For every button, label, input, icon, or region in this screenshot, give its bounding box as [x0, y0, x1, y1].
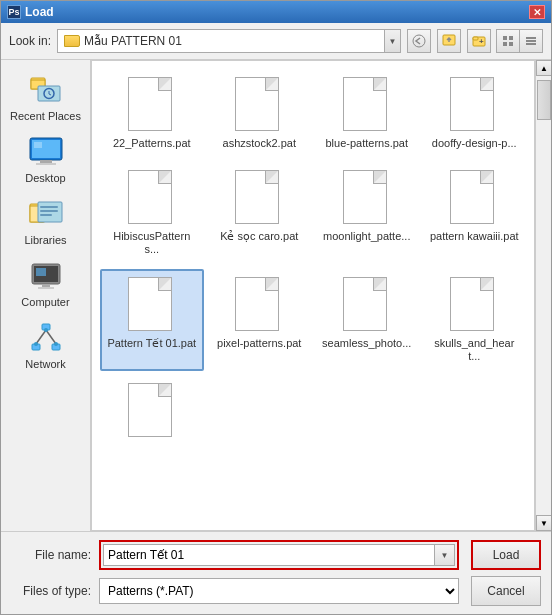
file-corner [481, 278, 493, 290]
file-name: ashzstock2.pat [223, 137, 296, 150]
scrollbar-track [536, 76, 551, 515]
file-item[interactable]: pattern kawaiii.pat [423, 162, 527, 264]
file-item[interactable]: HibiscusPatterns... [100, 162, 204, 264]
path-dropdown-button[interactable]: ▼ [385, 29, 401, 53]
file-page [235, 77, 279, 131]
filename-input[interactable] [103, 544, 435, 566]
load-button[interactable]: Load [471, 540, 541, 570]
file-item[interactable]: seamless_photo... [315, 269, 419, 371]
scrollbar-thumb[interactable] [537, 80, 551, 120]
file-item[interactable]: 22_Patterns.pat [100, 69, 204, 158]
file-corner [266, 171, 278, 183]
file-icon [343, 277, 391, 335]
look-in-label: Look in: [9, 34, 51, 48]
file-icon [128, 170, 176, 228]
path-display: Mẫu PATTERN 01 [57, 29, 385, 53]
toolbar-path: Mẫu PATTERN 01 ▼ [57, 29, 401, 53]
file-item[interactable]: ashzstock2.pat [208, 69, 312, 158]
sidebar-item-network[interactable]: Network [5, 316, 86, 374]
chevron-down-icon: ▼ [441, 551, 449, 560]
file-item[interactable]: moonlight_patte... [315, 162, 419, 264]
filename-dropdown-button[interactable]: ▼ [435, 544, 455, 566]
file-icon [128, 77, 176, 135]
svg-rect-5 [503, 36, 507, 40]
sidebar-item-desktop[interactable]: Desktop [5, 130, 86, 188]
file-item[interactable]: Pattern Tết 01.pat [100, 269, 204, 371]
svg-rect-9 [526, 37, 536, 39]
up-button[interactable] [437, 29, 461, 53]
file-area: 22_Patterns.pat ashzstock2.pat blue-patt… [91, 60, 535, 531]
file-page [128, 277, 172, 331]
chevron-down-icon: ▼ [389, 37, 397, 46]
svg-rect-25 [40, 210, 58, 212]
file-name: dooffy-design-p... [432, 137, 517, 150]
file-page [235, 277, 279, 331]
svg-rect-7 [503, 42, 507, 46]
file-icon [128, 277, 176, 335]
file-corner [159, 171, 171, 183]
back-icon [412, 34, 426, 48]
file-item[interactable]: pixel-patterns.pat [208, 269, 312, 371]
toolbar: Look in: Mẫu PATTERN 01 ▼ [1, 23, 551, 60]
svg-text:+: + [479, 37, 484, 46]
main-content: Recent Places Desktop [1, 60, 551, 531]
file-item[interactable]: dooffy-design-p... [423, 69, 527, 158]
svg-rect-19 [36, 163, 56, 165]
file-item[interactable]: Kẻ sọc caro.pat [208, 162, 312, 264]
file-page [450, 277, 494, 331]
file-corner [159, 384, 171, 396]
svg-line-36 [46, 330, 56, 344]
folder-icon [64, 35, 80, 47]
file-icon [450, 77, 498, 135]
recent-places-icon [28, 72, 64, 108]
file-item[interactable]: blue-patterns.pat [315, 69, 419, 158]
file-icon [235, 170, 283, 228]
file-page [343, 277, 387, 331]
file-item[interactable]: skulls_and_heart... [423, 269, 527, 371]
new-folder-button[interactable]: + [467, 29, 491, 53]
view-list-button[interactable] [519, 29, 543, 53]
file-page [128, 77, 172, 131]
file-corner [266, 278, 278, 290]
file-icon [235, 77, 283, 135]
svg-rect-30 [38, 287, 54, 289]
svg-rect-11 [526, 43, 536, 45]
scroll-down-button[interactable]: ▼ [536, 515, 551, 531]
filetype-label: Files of type: [11, 584, 91, 598]
sidebar: Recent Places Desktop [1, 60, 91, 531]
sidebar-item-label-computer: Computer [21, 296, 69, 308]
file-name: skulls_and_heart... [429, 337, 519, 363]
view-buttons [497, 29, 543, 53]
svg-rect-3 [473, 37, 478, 40]
file-item[interactable] [100, 375, 204, 451]
file-page [343, 77, 387, 131]
file-icon [343, 170, 391, 228]
filename-row: File name: ▼ Load [11, 540, 541, 570]
cancel-button[interactable]: Cancel [471, 576, 541, 606]
sidebar-item-label-recent-places: Recent Places [10, 110, 81, 122]
view-list-icon [525, 35, 537, 47]
view-icons-button[interactable] [496, 29, 520, 53]
svg-rect-26 [40, 214, 52, 216]
scroll-up-button[interactable]: ▲ [536, 60, 551, 76]
file-page [343, 170, 387, 224]
filetype-select[interactable]: Patterns (*.PAT) [99, 578, 459, 604]
file-name: pixel-patterns.pat [217, 337, 301, 350]
file-page [235, 170, 279, 224]
file-name: moonlight_patte... [323, 230, 410, 243]
svg-rect-8 [509, 42, 513, 46]
svg-rect-6 [509, 36, 513, 40]
svg-point-38 [34, 342, 38, 346]
sidebar-item-libraries[interactable]: Libraries [5, 192, 86, 250]
filetype-row: Files of type: Patterns (*.PAT) Cancel [11, 576, 541, 606]
file-icon [128, 383, 176, 441]
file-name: Pattern Tết 01.pat [107, 337, 196, 350]
back-button[interactable] [407, 29, 431, 53]
file-corner [374, 171, 386, 183]
file-page [450, 77, 494, 131]
ps-app-icon: Ps [7, 5, 21, 19]
file-icon [235, 277, 283, 335]
sidebar-item-computer[interactable]: Computer [5, 254, 86, 312]
close-button[interactable]: ✕ [529, 5, 545, 19]
sidebar-item-recent-places[interactable]: Recent Places [5, 68, 86, 126]
